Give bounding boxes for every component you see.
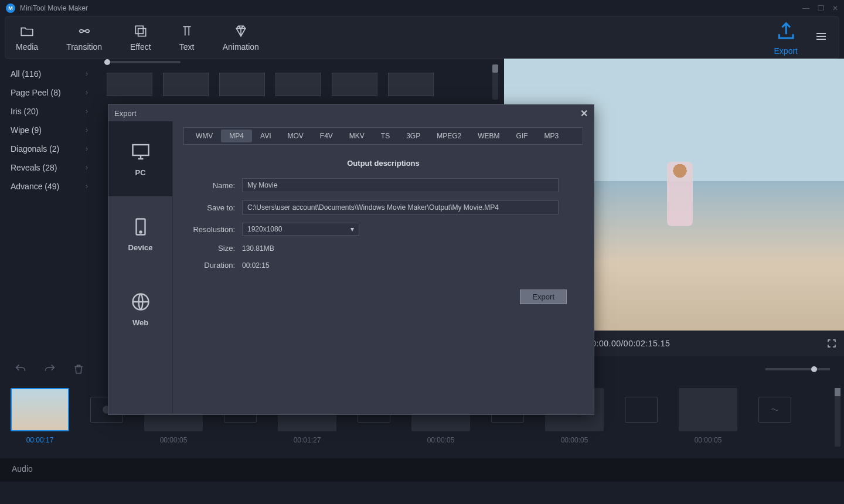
diamond-icon (233, 23, 249, 39)
sidebar-item-advance[interactable]: Advance (49)› (0, 177, 98, 196)
timeline-clip[interactable] (758, 388, 791, 423)
sidebar-item-label: Iris (20) (11, 107, 38, 116)
transition-button[interactable]: Transition (66, 23, 102, 52)
timeline-clip[interactable] (625, 388, 658, 423)
gallery-scrub[interactable] (98, 59, 501, 67)
export-target-web[interactable]: Web (108, 271, 172, 346)
size-label: Size: (183, 244, 235, 253)
animation-label: Animation (223, 42, 259, 52)
globe-icon (130, 291, 151, 312)
zoom-slider[interactable] (765, 368, 830, 370)
chevron-right-icon: › (86, 107, 88, 115)
format-tab-mkv[interactable]: MKV (341, 130, 373, 142)
maximize-button[interactable]: ❐ (818, 4, 824, 12)
export-target-device[interactable]: Device (108, 196, 172, 271)
chevron-right-icon: › (86, 88, 88, 97)
export-dialog: Export ✕ PC Device Web WMV MP4 AVI MOV (108, 104, 594, 415)
duration-label: Duration: (183, 261, 235, 270)
timeline-scrollbar[interactable] (835, 388, 840, 447)
category-sidebar: All (116)› Page Peel (8)› Iris (20)› Wip… (0, 59, 98, 356)
svg-rect-3 (132, 145, 148, 155)
transition-thumb[interactable] (388, 73, 434, 96)
sidebar-item-reveals[interactable]: Reveals (28)› (0, 158, 98, 177)
sidebar-item-page-peel[interactable]: Page Peel (8)› (0, 83, 98, 102)
titlebar: M MiniTool Movie Maker — ❐ ✕ (0, 0, 844, 16)
text-button[interactable]: Text (179, 23, 195, 52)
clip-thumbnail (758, 397, 791, 423)
transition-thumb[interactable] (219, 73, 265, 96)
save-to-input[interactable] (242, 200, 559, 214)
transition-label: Transition (66, 42, 102, 52)
format-tab-webm[interactable]: WEBM (469, 130, 508, 142)
export-label: Export (774, 46, 798, 56)
fullscreen-icon[interactable] (826, 338, 837, 349)
format-tab-mov[interactable]: MOV (279, 130, 311, 142)
transition-thumb[interactable] (275, 73, 321, 96)
clip-thumbnail (679, 388, 737, 431)
size-value: 130.81MB (242, 244, 583, 253)
phone-icon (130, 216, 151, 237)
export-button[interactable]: Export (774, 19, 798, 56)
media-button[interactable]: Media (16, 23, 38, 52)
chevron-right-icon: › (86, 145, 88, 153)
minimize-button[interactable]: — (802, 4, 809, 12)
format-tab-ts[interactable]: TS (373, 130, 398, 142)
transition-thumb[interactable] (332, 73, 377, 96)
effect-label: Effect (130, 42, 151, 52)
format-tab-mpeg2[interactable]: MPEG2 (428, 130, 469, 142)
dialog-title: Export (114, 109, 137, 118)
chevron-right-icon: › (86, 70, 88, 78)
format-tab-3gp[interactable]: 3GP (398, 130, 428, 142)
export-confirm-button[interactable]: Export (520, 290, 567, 304)
close-button[interactable]: ✕ (832, 4, 838, 12)
save-to-label: Save to: (183, 203, 235, 212)
format-tab-wmv[interactable]: WMV (188, 130, 221, 142)
output-heading: Output descriptions (183, 159, 583, 168)
export-target-label: Device (128, 243, 153, 252)
sidebar-item-iris[interactable]: Iris (20)› (0, 102, 98, 121)
hamburger-menu-button[interactable] (814, 29, 828, 46)
clip-duration: 00:00:05 (561, 436, 588, 444)
folder-icon (19, 23, 35, 39)
format-tab-f4v[interactable]: F4V (312, 130, 341, 142)
chevron-down-icon: ▾ (350, 225, 354, 233)
effect-button[interactable]: Effect (130, 23, 151, 52)
main-toolbar: Media Transition Effect Text Animation E… (5, 16, 839, 59)
timeline-clip[interactable]: 00:00:05 (679, 388, 737, 444)
name-input[interactable] (242, 178, 559, 192)
chevron-right-icon: › (86, 182, 88, 190)
svg-rect-1 (138, 29, 146, 36)
timeline-clip[interactable]: 00:00:17 (11, 388, 69, 444)
format-tab-gif[interactable]: GIF (508, 130, 536, 142)
sidebar-item-label: All (116) (11, 69, 41, 79)
dialog-close-button[interactable]: ✕ (580, 108, 588, 119)
export-target-pc[interactable]: PC (108, 121, 172, 196)
format-tabs: WMV MP4 AVI MOV F4V MKV TS 3GP MPEG2 WEB… (183, 127, 583, 145)
gallery-scrollbar[interactable] (492, 64, 498, 100)
format-tab-mp4[interactable]: MP4 (221, 130, 252, 142)
resolution-value: 1920x1080 (247, 225, 282, 233)
text-label: Text (179, 42, 195, 52)
animation-button[interactable]: Animation (223, 23, 259, 52)
sidebar-item-wipe[interactable]: Wipe (9)› (0, 121, 98, 139)
hamburger-icon (814, 29, 828, 43)
undo-icon[interactable] (14, 363, 27, 376)
sidebar-item-all[interactable]: All (116)› (0, 64, 98, 83)
trash-icon[interactable] (73, 363, 84, 375)
resolution-select[interactable]: 1920x1080 ▾ (242, 223, 359, 236)
svg-point-5 (139, 231, 141, 233)
export-icon (774, 19, 798, 43)
clip-duration: 00:01:27 (294, 436, 321, 444)
format-tab-mp3[interactable]: MP3 (536, 130, 567, 142)
transition-thumb[interactable] (163, 73, 209, 96)
sidebar-item-diagonals[interactable]: Diagonals (2)› (0, 139, 98, 158)
export-target-label: Web (132, 318, 148, 327)
clip-thumbnail (11, 388, 69, 431)
text-icon (179, 23, 195, 39)
clip-duration: 00:00:05 (160, 436, 188, 444)
redo-icon[interactable] (43, 363, 56, 376)
sidebar-item-label: Page Peel (8) (11, 88, 61, 97)
clip-duration: 00:00:17 (26, 436, 54, 444)
format-tab-avi[interactable]: AVI (252, 130, 279, 142)
transition-thumb[interactable] (107, 73, 152, 96)
